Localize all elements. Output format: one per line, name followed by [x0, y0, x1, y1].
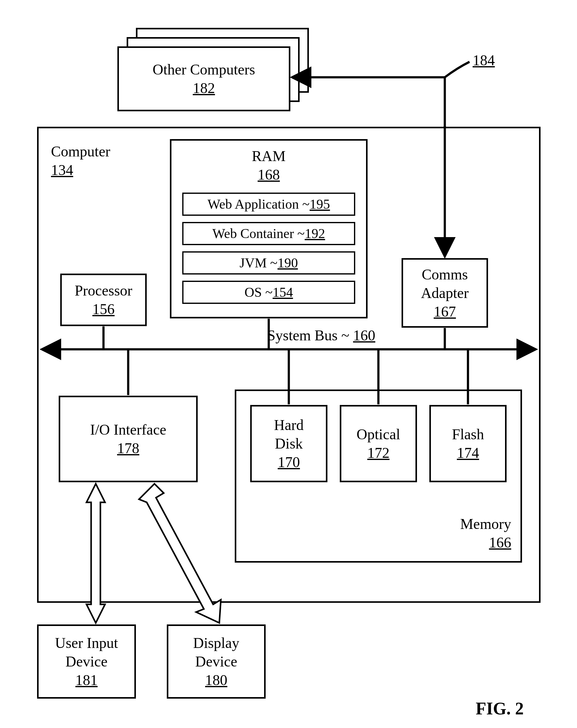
diagram-canvas: Other Computers 182 184 Computer 134 RAM…: [6, 6, 577, 728]
connectors-svg: [6, 6, 577, 728]
